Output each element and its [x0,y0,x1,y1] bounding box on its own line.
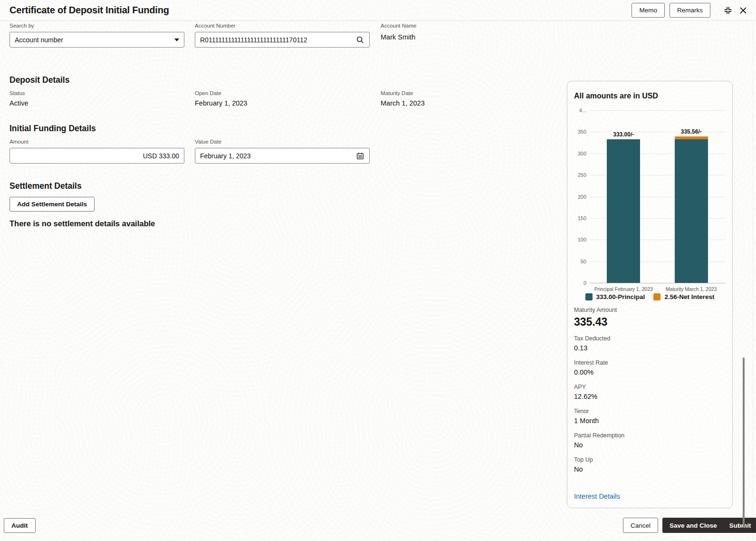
maturity-summary-card: All amounts are in USD 05010015020025030… [567,81,733,508]
summary-detail-value: 335.43 [574,316,726,328]
remarks-button[interactable]: Remarks [670,3,710,18]
legend-label: 2.56-Net Interest [664,293,714,300]
x-axis-label: Maturity March 1, 2023 [649,286,734,292]
summary-detail-row: Tenor1 Month [574,408,726,425]
summary-details: Maturity Amount335.43Tax Deducted0.13Int… [574,307,726,481]
account-number-label: Account Number [195,23,370,29]
search-by-select[interactable]: Account number [10,32,184,48]
search-by-label: Search by [10,23,184,29]
bar-segment [675,136,708,139]
chart-legend: 333.00-Principal2.56-Net Interest [567,293,732,300]
status-value: Active [10,99,29,107]
close-icon[interactable] [738,5,748,16]
header-actions: Memo Remarks [632,3,748,18]
open-date-field: Open Date February 1, 2023 [195,90,247,107]
search-by-field: Search by Account number [10,23,184,48]
settlement-empty-message: There is no settlement details available [10,219,155,228]
chart-gridline [590,283,725,283]
legend-swatch [653,293,660,300]
summary-detail-value: 12.62% [574,393,726,400]
header: Certificate of Deposit Initial Funding M… [0,0,756,21]
chevron-down-icon [174,39,179,41]
y-tick-label: 150 [567,215,586,221]
y-tick-label: 250 [567,172,586,178]
y-tick-label: 4... [567,107,586,113]
summary-detail-row: Partial RedemptionNo [574,432,726,449]
status-label: Status [10,90,29,96]
status-field: Status Active [10,90,29,107]
summary-detail-value: No [574,441,726,449]
summary-detail-row: Interest Rate0.00% [574,359,726,376]
audit-button[interactable]: Audit [4,518,36,533]
settlement-heading: Settlement Details [10,181,82,191]
summary-detail-label: Interest Rate [574,359,726,366]
cancel-button[interactable]: Cancel [623,518,658,533]
summary-detail-label: Partial Redemption [574,432,726,439]
collapse-icon[interactable] [723,5,733,16]
search-icon[interactable] [356,36,364,44]
summary-detail-label: Top Up [574,456,726,463]
bar-segment [675,139,708,283]
summary-detail-value: 0.00% [574,368,726,376]
account-name-label: Account Name [381,23,416,29]
maturity-date-value: March 1, 2023 [381,99,425,107]
account-name-value: Mark Smith [381,33,416,41]
legend-swatch [585,293,593,300]
interest-details-link[interactable]: Interest Details [574,493,620,500]
maturity-date-label: Maturity Date [381,90,425,96]
legend-label: 333.00-Principal [596,293,645,300]
amount-field: Amount USD 333.00 [10,139,184,164]
maturity-date-field: Maturity Date March 1, 2023 [381,90,425,107]
legend-item: 2.56-Net Interest [653,293,714,300]
cd-initial-funding-screen: Certificate of Deposit Initial Funding M… [0,0,756,541]
account-name-field: Account Name Mark Smith [381,23,416,41]
calendar-icon[interactable] [356,152,364,160]
account-number-field: Account Number R011111111111111111111111… [195,23,370,48]
value-date-label: Value Date [195,139,370,145]
summary-detail-label: APY [574,384,726,390]
y-tick-label: 350 [567,129,586,135]
scrollbar-track [753,21,753,541]
account-number-value: R0111111111111111111111111170112 [200,36,356,44]
summary-detail-value: 1 Month [574,417,726,425]
bar-segment [607,139,640,283]
memo-button[interactable]: Memo [632,3,665,18]
search-by-selected-value: Account number [15,36,171,44]
deposit-details-heading: Deposit Details [10,75,69,85]
page-title: Certificate of Deposit Initial Funding [10,5,169,16]
summary-detail-label: Tax Deducted [574,335,726,342]
value-date-field: Value Date February 1, 2023 [195,139,370,164]
chart-gridline [590,110,725,111]
summary-detail-row: APY12.62% [574,384,726,400]
value-date-value: February 1, 2023 [200,152,356,160]
y-tick-label: 200 [567,194,586,200]
open-date-value: February 1, 2023 [195,99,247,107]
summary-detail-value: 0.13 [574,344,726,352]
amount-value: USD 333.00 [15,152,179,160]
add-settlement-details-button[interactable]: Add Settlement Details [10,197,95,212]
value-date-input[interactable]: February 1, 2023 [195,148,370,164]
submit-button[interactable]: Submit [722,518,756,533]
summary-detail-row: Tax Deducted0.13 [574,335,726,352]
summary-detail-row: Maturity Amount335.43 [574,307,726,328]
initial-funding-heading: Initial Funding Details [10,124,96,134]
y-tick-label: 300 [567,151,586,156]
amount-label: Amount [10,139,184,145]
y-tick-label: 50 [567,259,586,264]
legend-item: 333.00-Principal [585,293,645,300]
summary-detail-label: Maturity Amount [574,307,726,313]
y-tick-label: 0 [567,280,586,286]
account-number-input[interactable]: R0111111111111111111111111170112 [195,32,370,48]
summary-detail-value: No [574,465,726,473]
maturity-chart: 0501001502002503003504...333.00/-Princip… [567,81,732,305]
bar-value-label: 333.00/- [595,131,652,138]
save-and-close-button[interactable]: Save and Close [662,518,724,533]
open-date-label: Open Date [195,90,247,96]
y-tick-label: 100 [567,237,586,242]
amount-input[interactable]: USD 333.00 [10,148,184,164]
summary-detail-label: Tenor [574,408,726,415]
summary-detail-row: Top UpNo [574,456,726,473]
bar-value-label: 335.56/- [663,128,720,135]
scrollbar-thumb[interactable] [743,357,745,527]
